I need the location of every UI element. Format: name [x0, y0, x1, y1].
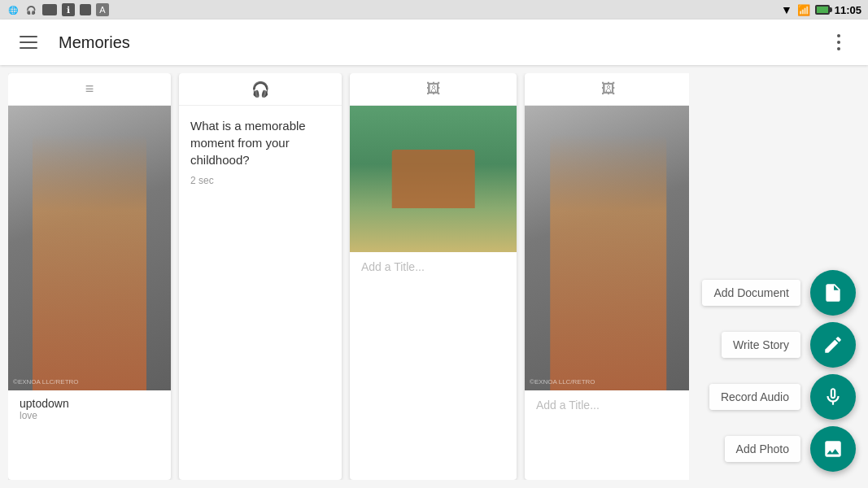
dot-2	[837, 41, 840, 44]
scene-building	[391, 150, 475, 208]
clock: 11:05	[835, 4, 861, 16]
app-bar: Memories	[0, 20, 868, 65]
fab-area: Add Document Write Story Record Audio	[697, 73, 860, 480]
hamburger-line-3	[20, 47, 37, 49]
card-2-header: 🎧	[179, 73, 342, 106]
globe-icon: 🌐	[7, 3, 20, 16]
card-2-question: What is a memorable moment from your chi…	[190, 117, 330, 168]
write-story-button[interactable]	[810, 322, 856, 368]
fab-row-story: Write Story	[722, 322, 856, 368]
status-right-icons: ▼ 📶 11:05	[781, 3, 861, 16]
wifi-icon: ▼	[781, 3, 792, 16]
signal-icon: 📶	[797, 4, 810, 16]
box2-icon	[80, 4, 91, 15]
card-3-title[interactable]: Add a Title...	[350, 252, 517, 281]
card-3-header: 🖼	[350, 73, 517, 106]
record-audio-button[interactable]	[810, 374, 856, 420]
memory-card-4[interactable]: 🖼 ©EXNOA LLC/RETRO Add a Title...	[525, 73, 689, 480]
photo-icon-3: 🖼	[426, 81, 441, 98]
a-icon: A	[96, 3, 109, 16]
anime-background-2: ©EXNOA LLC/RETRO	[525, 106, 689, 390]
anime-figure-2	[550, 134, 667, 390]
card-2-text: What is a memorable moment from your chi…	[179, 106, 342, 198]
card-4-header: 🖼	[525, 73, 689, 106]
memory-card-1[interactable]: ≡ ©EXNOA LLC/RETRO uptodown love	[8, 73, 171, 480]
box1-icon	[42, 4, 57, 15]
card-1-header: ≡	[8, 73, 171, 106]
headset-icon: 🎧	[24, 3, 37, 16]
status-left-icons: 🌐 🎧 ℹ A	[7, 3, 109, 16]
document-icon	[822, 282, 844, 303]
fab-row-photo: Add Photo	[725, 426, 856, 472]
status-bar: 🌐 🎧 ℹ A ▼ 📶 11:05	[0, 0, 868, 20]
write-story-label: Write Story	[722, 332, 800, 358]
dot-1	[837, 34, 840, 37]
hamburger-line-1	[20, 36, 37, 37]
add-document-label: Add Document	[702, 280, 800, 306]
headphone-icon: 🎧	[251, 81, 269, 98]
photo-icon-4: 🖼	[601, 81, 616, 98]
memory-card-3[interactable]: 🖼 Add a Title...	[350, 73, 517, 480]
watermark-1: ©EXNOA LLC/RETRO	[13, 378, 79, 386]
anime-figure-1	[33, 134, 146, 390]
cards-area: ≡ ©EXNOA LLC/RETRO uptodown love 🎧 What …	[8, 73, 689, 480]
watermark-2: ©EXNOA LLC/RETRO	[530, 378, 595, 386]
main-content: ≡ ©EXNOA LLC/RETRO uptodown love 🎧 What …	[0, 65, 868, 488]
scene-background	[350, 106, 517, 252]
dot-3	[837, 47, 840, 50]
add-photo-label: Add Photo	[725, 436, 800, 462]
record-audio-label: Record Audio	[709, 384, 800, 410]
hamburger-menu-button[interactable]	[13, 26, 46, 59]
battery-icon	[815, 5, 830, 15]
fab-row-audio: Record Audio	[709, 374, 856, 420]
card-1-name: uptodown	[20, 397, 159, 410]
app-title: Memories	[59, 33, 822, 52]
story-icon	[822, 334, 844, 355]
anime-background-1: ©EXNOA LLC/RETRO	[8, 106, 171, 390]
photo-add-icon	[822, 438, 844, 460]
info-icon: ℹ	[62, 3, 75, 16]
microphone-icon	[822, 386, 844, 407]
card-2-duration: 2 sec	[190, 175, 330, 186]
more-options-button[interactable]	[822, 26, 855, 59]
hamburger-line-2	[20, 41, 37, 43]
memory-card-2[interactable]: 🎧 What is a memorable moment from your c…	[179, 73, 342, 480]
card-1-image: ©EXNOA LLC/RETRO	[8, 106, 171, 390]
card-1-subtitle: love	[20, 410, 159, 421]
add-photo-button[interactable]	[810, 426, 856, 472]
text-icon: ≡	[85, 81, 94, 98]
card-4-title[interactable]: Add a Title...	[525, 390, 689, 420]
card-1-footer: uptodown love	[8, 390, 171, 428]
add-document-button[interactable]	[810, 270, 856, 316]
fab-row-document: Add Document	[702, 270, 856, 316]
card-4-image: ©EXNOA LLC/RETRO	[525, 106, 689, 390]
card-3-image	[350, 106, 517, 252]
